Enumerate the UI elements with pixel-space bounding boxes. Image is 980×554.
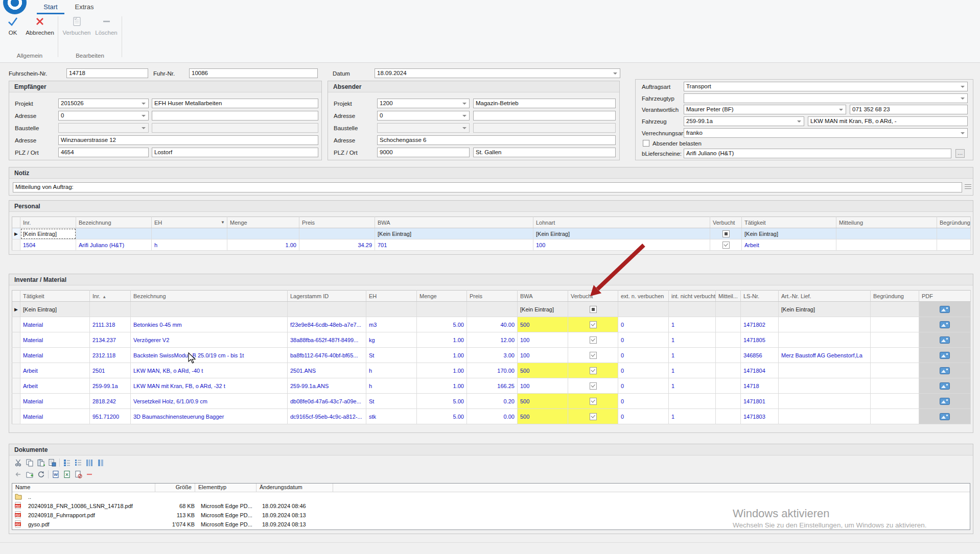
view-tiles-icon[interactable] (96, 458, 106, 467)
column-header-art-nr-lief[interactable]: Art.-Nr. Lief. (779, 291, 871, 302)
empfaenger-projekt-name[interactable]: EFH Huser Metallarbeiten (152, 99, 318, 108)
filter-cell-bezeichnung[interactable] (76, 228, 152, 239)
fahrzeugtyp-combo[interactable] (684, 93, 968, 103)
cell-mitteilung[interactable] (716, 409, 741, 424)
cell-verbucht-checkbox[interactable] (590, 367, 597, 374)
pdf-cell[interactable] (919, 409, 971, 424)
cell-inr[interactable]: 2501 (90, 363, 131, 378)
filter-cell-eh[interactable] (152, 228, 227, 239)
cell-bezeichnung[interactable]: 3D Baumaschinensteuerung Bagger (131, 409, 288, 424)
inventar-row[interactable]: Material2818.242Versetzkeil Holz, 6/1.0/… (12, 394, 971, 409)
cell-verbucht[interactable] (568, 363, 618, 378)
cell-art-nr-lief[interactable] (779, 332, 871, 348)
cell-art-nr-lief[interactable] (779, 378, 871, 394)
absender-strasse-input[interactable]: Schochengasse 6 (377, 135, 616, 145)
pdf-preview-icon[interactable] (940, 352, 950, 359)
cell-preis[interactable]: 170.00 (467, 363, 518, 378)
cell-menge[interactable]: 1.00 (227, 239, 299, 251)
cell-preis[interactable]: 166.25 (467, 378, 518, 394)
cell-art-nr-lief[interactable] (779, 317, 871, 332)
filter-dropdown-icon[interactable]: ▼ (221, 220, 225, 225)
paste-icon[interactable] (36, 458, 46, 467)
cell-ls-nr[interactable]: 1471805 (741, 332, 779, 348)
cell-bezeichnung[interactable]: Backstein SwissModul, B 25.0/19 cm - bis… (131, 348, 288, 363)
cell-verbucht-checkbox[interactable] (590, 413, 597, 420)
column-header-bezeichnung[interactable]: Bezeichnung (131, 291, 288, 302)
cell-eh[interactable]: h (152, 239, 227, 251)
empfaenger-adresse-combo[interactable]: 0 (58, 111, 149, 121)
column-header-preis[interactable]: Preis (467, 291, 518, 302)
blieferscheine-browse-button[interactable]: … (955, 149, 965, 158)
cell-verbucht[interactable] (568, 378, 618, 394)
fuhrschein-nr-input[interactable]: 14718 (66, 68, 148, 78)
inventar-row[interactable]: Material951.712003D Baumaschinensteuerun… (12, 409, 971, 424)
cell-begruendung[interactable] (937, 239, 971, 251)
file-name[interactable]: 20240918_Fuhrrapport.pdf (25, 512, 158, 518)
pdf-preview-icon[interactable] (940, 321, 950, 328)
cell-ls-nr[interactable]: 1471804 (741, 363, 779, 378)
column-header-mitteilung[interactable]: Mitteilung (836, 217, 937, 228)
cell-lagerstamm-id[interactable]: f23e9e84-6cdb-48eb-a7e7... (288, 317, 366, 332)
column-header-bezeichnung[interactable]: Bezeichnung (76, 217, 152, 228)
cell-ext-n-verbuchen[interactable]: 0 (618, 394, 669, 409)
cell-preis[interactable]: 0.00 (467, 409, 518, 424)
auftragsart-combo[interactable]: Transport (684, 82, 968, 91)
view-columns-icon[interactable] (84, 458, 95, 467)
cell-ext-n-verbuchen[interactable]: 0 (618, 348, 669, 363)
cell-bwa[interactable]: 100 (518, 348, 568, 363)
cell-bwa[interactable]: 100 (518, 332, 568, 348)
cell-mitteilung[interactable] (716, 363, 741, 378)
cell-mitteilung[interactable] (716, 317, 741, 332)
cell-begruendung[interactable] (871, 378, 919, 394)
cell-taetigkeit[interactable]: Material (20, 332, 90, 348)
column-header-begr-ndung[interactable]: Begründung (937, 217, 971, 228)
cell-ext-n-verbuchen[interactable]: 0 (618, 332, 669, 348)
parent-folder-row[interactable]: .. (12, 492, 970, 501)
filter-cell-preis[interactable] (467, 302, 518, 317)
inventar-row[interactable]: Arbeit259-99.1aLKW MAN mit Kran, FB, o A… (12, 378, 971, 394)
cell-ls-nr[interactable]: 1471801 (741, 394, 779, 409)
absender-ort-input[interactable]: St. Gallen (473, 148, 616, 157)
cell-bwa[interactable]: 701 (375, 239, 533, 251)
save-document-icon[interactable] (47, 458, 57, 467)
inventar-row[interactable]: Material2312.118Backstein SwissModul, B … (12, 348, 971, 363)
column-header-mitteil[interactable]: Mitteil... (716, 291, 741, 302)
cell-preis[interactable]: 34.29 (299, 239, 375, 251)
absender-adresse-combo[interactable]: 0 (377, 111, 470, 121)
cell-int-nicht-verbucht[interactable]: 1 (669, 378, 716, 394)
cell-menge[interactable]: 1.00 (417, 348, 467, 363)
filter-verbucht[interactable] (710, 228, 742, 239)
tab-extras[interactable]: Extras (69, 2, 99, 13)
column-header-verbucht[interactable]: Verbucht (710, 217, 742, 228)
cell-verbucht-checkbox[interactable] (590, 352, 597, 359)
doclist-column-gr-e[interactable]: Größe (155, 484, 195, 492)
filter-cell-inr[interactable]: [Kein Eintrag] (20, 228, 76, 239)
filter-cell-begruendung[interactable] (937, 228, 971, 239)
cell-preis[interactable]: 12.00 (467, 332, 518, 348)
cell-eh[interactable]: St (366, 348, 417, 363)
cell-taetigkeit[interactable]: Arbeit (20, 363, 90, 378)
cell-verbucht[interactable] (710, 239, 742, 251)
cell-bezeichnung[interactable]: LKW MAN, KB, o ARd, -40 t (131, 363, 288, 378)
cell-inr[interactable]: 2134.237 (90, 332, 131, 348)
verantwortlich-combo[interactable]: Maurer Peter (BF) (684, 105, 846, 114)
cut-icon[interactable] (13, 458, 24, 467)
filter-cell-bwa[interactable]: [Kein Eintrag] (375, 228, 533, 239)
fahrzeug-name-input[interactable]: LKW MAN mit Kran, FB, o ARd, - (808, 116, 968, 126)
filter-cell-int[interactable] (669, 302, 716, 317)
filter-cell-begruendung[interactable] (871, 302, 919, 317)
verrechnungsart-combo[interactable]: franko (684, 128, 968, 138)
cell-eh[interactable]: m3 (366, 317, 417, 332)
cell-art-nr-lief[interactable] (779, 409, 871, 424)
pdf-cell[interactable] (919, 332, 971, 348)
cell-bwa[interactable]: 500 (518, 363, 568, 378)
column-header-ext-n-verbuchen[interactable]: ext. n. verbuchen (618, 291, 669, 302)
cell-lohnart[interactable]: 100 (533, 239, 710, 251)
column-header-pdf[interactable]: PDF (919, 291, 971, 302)
cell-inr[interactable]: 2818.242 (90, 394, 131, 409)
cell-menge[interactable]: 5.00 (417, 317, 467, 332)
filter-cell-art-nr-lief[interactable]: [Kein Eintrag] (779, 302, 871, 317)
cell-bezeichnung[interactable]: Verzögerer V2 (131, 332, 288, 348)
column-header-lagerstamm-id[interactable]: Lagerstamm ID (288, 291, 366, 302)
filter-cell-bwa[interactable]: [Kein Eintrag] (518, 302, 568, 317)
